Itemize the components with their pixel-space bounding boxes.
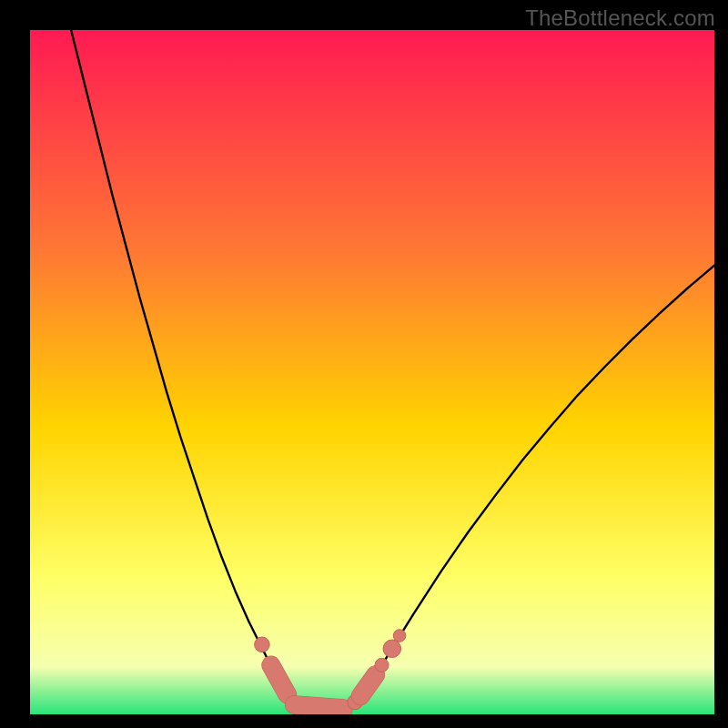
watermark-text: TheBottleneck.com: [525, 5, 715, 31]
chart-frame: TheBottleneck.com: [0, 0, 728, 728]
marker-capsule: [294, 704, 343, 708]
marker-dot: [255, 637, 270, 652]
marker-dot: [383, 640, 401, 658]
marker-dot: [375, 658, 389, 672]
marker-capsule: [360, 674, 376, 695]
gradient-background: [30, 30, 714, 714]
marker-dot: [393, 630, 406, 642]
plot-area: [30, 30, 714, 714]
chart-svg: [30, 30, 714, 714]
